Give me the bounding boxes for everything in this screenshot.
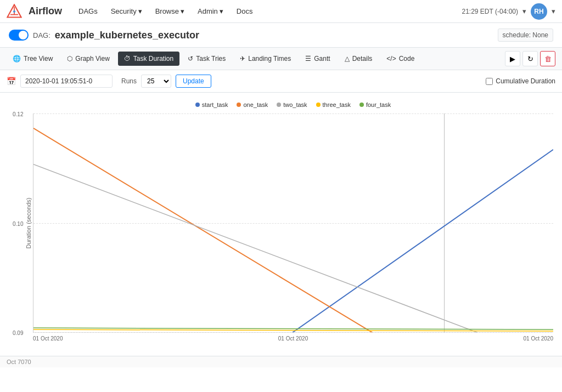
dag-label: DAG: xyxy=(33,31,50,39)
tab-details[interactable]: △ Details xyxy=(339,52,379,66)
cumulative-duration-checkbox: Cumulative Duration xyxy=(486,77,555,85)
nav-docs[interactable]: Docs xyxy=(231,4,258,19)
x-label-mid: 01 Oct 2020 xyxy=(278,336,308,342)
retry-icon: ↺ xyxy=(188,55,193,63)
footer: Oct 7070 xyxy=(0,356,562,367)
cumulative-label: Cumulative Duration xyxy=(496,77,555,85)
y-tick-bot: 0.09 xyxy=(33,332,553,333)
navbar: Airflow DAGs Security ▾ Browse ▾ Admin ▾… xyxy=(0,0,562,23)
start-task-dot xyxy=(195,103,200,107)
plane-icon: ✈ xyxy=(240,55,245,63)
chevron-down-icon: ▾ xyxy=(220,7,223,15)
chevron-down-icon: ▾ xyxy=(181,7,184,15)
three-task-dot xyxy=(316,103,321,107)
brand-text: Airflow xyxy=(29,5,62,17)
schedule-badge: schedule: None xyxy=(498,29,553,42)
y-tick-label-mid: 0.10 xyxy=(13,220,23,226)
calendar-icon: 📅 xyxy=(7,77,16,86)
tab-gantt[interactable]: ☰ Gantt xyxy=(299,52,336,66)
controls-bar: 📅 Runs 25 50 100 Update Cumulative Durat… xyxy=(0,70,562,93)
x-label-right: 01 Oct 2020 xyxy=(524,336,553,342)
gantt-icon: ☰ xyxy=(305,55,311,63)
tree-icon: 🌐 xyxy=(13,55,21,63)
legend-two-task-label: two_task xyxy=(283,101,307,108)
legend-three-task: three_task xyxy=(316,101,351,108)
y-axis-label: Duration (seconds) xyxy=(25,197,32,248)
legend-three-task-label: three_task xyxy=(323,101,351,108)
dag-toggle[interactable] xyxy=(9,30,29,41)
chevron-down-icon: ▾ xyxy=(552,7,555,15)
legend-one-task: one_task xyxy=(237,101,268,108)
legend-start-task: start_task xyxy=(195,101,228,108)
alert-icon: △ xyxy=(345,55,350,63)
tab-landing-times[interactable]: ✈ Landing Times xyxy=(234,52,297,66)
y-tick-label-bot: 0.09 xyxy=(13,330,23,336)
x-axis-labels: 01 Oct 2020 01 Oct 2020 01 Oct 2020 xyxy=(33,336,553,342)
dag-title: DAG: example_kubernetes_executor xyxy=(9,30,199,41)
nav-dags[interactable]: DAGs xyxy=(73,4,103,19)
footer-text: Oct 7070 xyxy=(7,359,31,365)
legend-start-task-label: start_task xyxy=(202,101,228,108)
four-task-dot xyxy=(359,103,364,107)
chart-svg xyxy=(33,113,553,332)
tab-task-tries[interactable]: ↺ Task Tries xyxy=(182,52,232,66)
x-label-left: 01 Oct 2020 xyxy=(33,336,63,342)
one-task-dot xyxy=(237,103,241,107)
delete-button[interactable]: 🗑 xyxy=(540,51,555,66)
line-four-task xyxy=(33,328,553,329)
nav-right: 21:29 EDT (-04:00) ▾ RH ▾ xyxy=(462,3,556,20)
svg-rect-4 xyxy=(33,113,553,332)
tab-tree-view[interactable]: 🌐 Tree View xyxy=(7,52,59,66)
nav-links: DAGs Security ▾ Browse ▾ Admin ▾ Docs xyxy=(73,4,462,19)
tab-code[interactable]: </> Code xyxy=(380,52,420,66)
chart-legend: start_task one_task two_task three_task … xyxy=(33,101,553,108)
legend-four-task-label: four_task xyxy=(366,101,391,108)
runs-select[interactable]: 25 50 100 xyxy=(141,75,171,88)
refresh-button[interactable]: ↻ xyxy=(522,51,538,66)
tabs-bar: 🌐 Tree View ⬡ Graph View ⏱ Task Duration… xyxy=(0,48,562,70)
legend-four-task: four_task xyxy=(359,101,391,108)
chart-area: Duration (seconds) 0.12 0.10 0.09 xyxy=(33,113,553,333)
line-three-task xyxy=(33,329,553,331)
legend-one-task-label: one_task xyxy=(243,101,268,108)
dag-header: DAG: example_kubernetes_executor schedul… xyxy=(0,23,562,48)
nav-time: 21:29 EDT (-04:00) xyxy=(462,8,519,15)
run-button[interactable]: ▶ xyxy=(505,51,520,66)
nav-admin[interactable]: Admin ▾ xyxy=(192,4,229,19)
chevron-down-icon: ▾ xyxy=(138,7,142,15)
tab-actions: ▶ ↻ 🗑 xyxy=(505,51,555,66)
two-task-dot xyxy=(277,103,281,107)
chart-container: start_task one_task two_task three_task … xyxy=(0,93,562,356)
y-tick-label-top: 0.12 xyxy=(13,111,23,117)
line-start-task xyxy=(33,150,553,367)
nav-security[interactable]: Security ▾ xyxy=(105,4,148,19)
legend-two-task: two_task xyxy=(277,101,307,108)
user-avatar[interactable]: RH xyxy=(531,3,547,20)
update-button[interactable]: Update xyxy=(176,75,211,88)
date-input[interactable] xyxy=(20,75,113,88)
clock-icon: ⏱ xyxy=(124,55,131,63)
dag-name: example_kubernetes_executor xyxy=(55,30,199,41)
svg-point-3 xyxy=(13,10,15,12)
cumulative-checkbox-input[interactable] xyxy=(486,78,493,85)
code-icon: </> xyxy=(386,55,396,63)
nav-browse[interactable]: Browse ▾ xyxy=(150,4,190,19)
tab-graph-view[interactable]: ⬡ Graph View xyxy=(61,52,115,66)
chevron-down-icon: ▾ xyxy=(522,7,526,15)
graph-icon: ⬡ xyxy=(67,55,72,63)
airflow-logo-icon xyxy=(7,4,22,19)
runs-label: Runs xyxy=(121,77,137,85)
brand[interactable]: Airflow xyxy=(7,4,62,19)
tab-task-duration[interactable]: ⏱ Task Duration xyxy=(118,52,179,66)
